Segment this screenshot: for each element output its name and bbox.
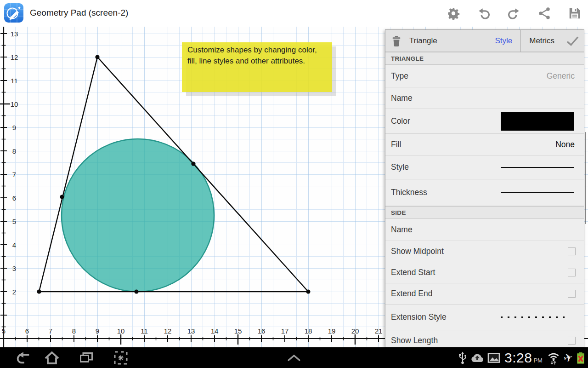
gear-icon — [447, 7, 460, 20]
y-tick-label: 13 — [11, 30, 18, 38]
x-tick-label: 9 — [96, 327, 99, 335]
line-style-preview[interactable] — [501, 167, 574, 168]
clock-meridiem: PM — [533, 357, 543, 364]
show-midpoint-checkbox[interactable] — [568, 247, 576, 255]
row-show-length[interactable]: Show Length — [385, 330, 584, 347]
row-extension-style[interactable]: Extension Style — [385, 305, 584, 330]
airplane-mode-icon: ✈ — [562, 351, 574, 364]
chevron-up-icon — [286, 353, 302, 362]
redo-button[interactable] — [507, 6, 521, 20]
tab-metrics[interactable]: Metrics — [520, 30, 563, 52]
show-length-label: Show Length — [391, 336, 438, 345]
clock: 3:28PM — [504, 350, 543, 366]
panel-header: Triangle Style Metrics — [385, 30, 584, 52]
row-type[interactable]: Type Generic — [385, 65, 584, 87]
extension-style-preview[interactable] — [501, 316, 570, 318]
note-text-line1: Customize shapes by changing color, — [187, 46, 317, 54]
tab-style[interactable]: Style — [486, 30, 520, 52]
y-tick-label: 10 — [11, 100, 18, 108]
y-tick-label: 7 — [12, 171, 16, 178]
name-label: Name — [391, 93, 413, 103]
app-title: Geometry Pad (screen-2) — [30, 8, 128, 18]
x-tick-label: 19 — [328, 327, 336, 335]
app-bar: Geometry Pad (screen-2) — [0, 0, 588, 26]
y-tick-label: 3 — [12, 264, 16, 272]
wifi-icon — [547, 351, 560, 365]
thickness-preview[interactable] — [501, 192, 574, 193]
x-tick-label: 12 — [164, 327, 172, 335]
x-tick-label: 11 — [141, 327, 148, 335]
save-icon — [568, 6, 582, 20]
color-swatch[interactable] — [501, 112, 574, 131]
recents-button[interactable] — [77, 350, 96, 366]
x-tick-label: 13 — [187, 327, 195, 335]
recents-icon — [79, 351, 94, 365]
x-tick-label: 6 — [25, 327, 29, 335]
section-side: SIDE — [385, 206, 584, 219]
scrollbar[interactable] — [585, 132, 586, 224]
expand-toolbar-button[interactable] — [285, 350, 303, 366]
row-style[interactable]: Style — [385, 155, 584, 179]
x-tick-label: 14 — [211, 327, 219, 335]
selected-shape-title: Triangle — [409, 36, 437, 46]
show-midpoint-label: Show Midpoint — [391, 247, 444, 256]
note-text-line2: fill, line styles and other attributes. — [187, 57, 305, 65]
tangent-point[interactable] — [191, 161, 195, 166]
row-fill[interactable]: Fill None — [385, 134, 584, 155]
x-tick-label: 7 — [49, 327, 52, 335]
home-button[interactable] — [43, 350, 61, 366]
home-icon — [44, 350, 60, 366]
checkmark-icon — [565, 35, 579, 47]
extend-end-label: Extend End — [391, 289, 432, 299]
y-tick-label: 11 — [11, 77, 18, 85]
screenshot-button[interactable] — [112, 350, 130, 366]
color-label: Color — [391, 116, 410, 126]
confirm-button[interactable] — [563, 35, 582, 47]
y-tick-label: 8 — [12, 147, 16, 155]
tangent-point[interactable] — [134, 289, 138, 293]
fill-label: Fill — [391, 140, 401, 150]
x-tick-label: 21 — [375, 327, 383, 335]
extend-end-checkbox[interactable] — [568, 290, 576, 298]
screenshot-icon — [113, 350, 129, 366]
row-name-triangle[interactable]: Name — [385, 87, 584, 109]
vertex-point[interactable] — [95, 55, 99, 59]
row-color[interactable]: Color — [385, 109, 584, 134]
row-extend-end[interactable]: Extend End — [385, 283, 584, 305]
vertex-point[interactable] — [306, 289, 310, 293]
section-triangle: TRIANGLE — [385, 52, 584, 65]
trash-icon[interactable] — [391, 34, 402, 47]
settings-button[interactable] — [447, 6, 460, 20]
gallery-icon — [487, 352, 500, 363]
x-tick-label: 15 — [234, 327, 242, 335]
clock-time: 3:28 — [504, 350, 532, 366]
row-name-side[interactable]: Name — [385, 219, 584, 241]
redo-icon — [507, 6, 521, 20]
undo-button[interactable] — [477, 6, 491, 20]
row-show-midpoint[interactable]: Show Midpoint — [385, 241, 584, 262]
x-tick-label: 17 — [281, 327, 289, 335]
row-thickness[interactable]: Thickness — [385, 179, 584, 206]
tangent-point[interactable] — [60, 195, 64, 199]
status-icons[interactable]: 3:28PM ✈ — [458, 347, 585, 368]
show-length-checkbox[interactable] — [568, 337, 576, 345]
share-button[interactable] — [537, 6, 551, 20]
save-button[interactable] — [568, 6, 582, 20]
properties-panel: Triangle Style Metrics TRIANGLE Type Gen… — [385, 29, 584, 347]
row-extend-start[interactable]: Extend Start — [385, 262, 584, 283]
x-tick-label: 18 — [305, 327, 312, 335]
vertex-point[interactable] — [37, 289, 41, 293]
x-tick-label: 10 — [117, 327, 125, 335]
extend-start-label: Extend Start — [391, 268, 435, 277]
x-tick-label: 8 — [72, 327, 76, 335]
app-logo-icon — [4, 3, 23, 23]
usb-icon — [458, 351, 467, 365]
sticky-note[interactable]: Customize shapes by changing color, fill… — [182, 42, 336, 96]
back-button[interactable] — [14, 350, 32, 366]
fill-value: None — [555, 140, 575, 150]
y-tick-label: 12 — [11, 53, 18, 61]
y-tick-label: 9 — [12, 124, 16, 132]
extend-start-checkbox[interactable] — [568, 269, 576, 276]
x-tick-label: 5 — [2, 327, 6, 335]
undo-icon — [477, 6, 491, 20]
